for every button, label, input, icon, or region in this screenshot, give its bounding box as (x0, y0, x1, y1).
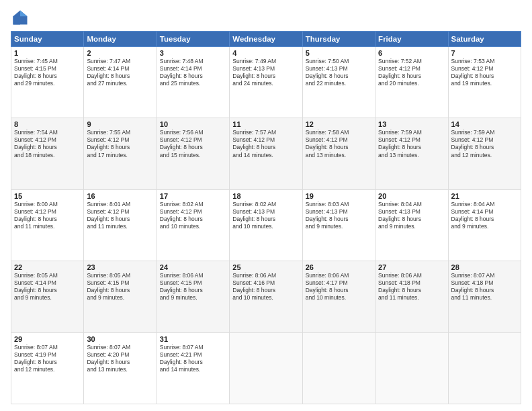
calendar-week-1: 1Sunrise: 7:45 AM Sunset: 4:15 PM Daylig… (11, 47, 521, 118)
day-number: 4 (232, 49, 299, 57)
calendar-cell: 9Sunrise: 7:55 AM Sunset: 4:12 PM Daylig… (84, 118, 157, 189)
calendar-cell: 28Sunrise: 8:07 AM Sunset: 4:18 PM Dayli… (448, 261, 521, 332)
header (11, 8, 521, 27)
day-info: Sunrise: 8:07 AM Sunset: 4:19 PM Dayligh… (14, 344, 81, 373)
day-info: Sunrise: 7:50 AM Sunset: 4:13 PM Dayligh… (306, 58, 372, 87)
day-info: Sunrise: 7:55 AM Sunset: 4:12 PM Dayligh… (87, 129, 153, 158)
calendar-cell (448, 332, 521, 404)
calendar-cell: 17Sunrise: 8:02 AM Sunset: 4:12 PM Dayli… (157, 189, 229, 261)
day-info: Sunrise: 8:01 AM Sunset: 4:12 PM Dayligh… (87, 201, 153, 230)
weekday-header-monday: Monday (84, 32, 157, 47)
day-info: Sunrise: 7:52 AM Sunset: 4:12 PM Dayligh… (378, 58, 445, 87)
calendar-cell: 1Sunrise: 7:45 AM Sunset: 4:15 PM Daylig… (11, 47, 84, 118)
day-info: Sunrise: 7:45 AM Sunset: 4:15 PM Dayligh… (14, 58, 81, 87)
calendar-cell: 5Sunrise: 7:50 AM Sunset: 4:13 PM Daylig… (302, 47, 375, 118)
calendar-cell (375, 332, 448, 404)
calendar-cell: 21Sunrise: 8:04 AM Sunset: 4:14 PM Dayli… (448, 189, 521, 261)
day-info: Sunrise: 7:57 AM Sunset: 4:12 PM Dayligh… (232, 129, 299, 158)
day-info: Sunrise: 7:47 AM Sunset: 4:14 PM Dayligh… (87, 58, 153, 87)
day-number: 6 (378, 49, 445, 57)
page: SundayMondayTuesdayWednesdayThursdayFrid… (0, 0, 532, 411)
calendar-cell: 13Sunrise: 7:59 AM Sunset: 4:12 PM Dayli… (375, 118, 448, 189)
calendar-week-2: 8Sunrise: 7:54 AM Sunset: 4:12 PM Daylig… (11, 118, 521, 189)
day-number: 18 (232, 192, 299, 200)
calendar-header-row: SundayMondayTuesdayWednesdayThursdayFrid… (11, 32, 521, 47)
day-number: 23 (87, 263, 153, 271)
day-number: 5 (306, 49, 372, 57)
day-info: Sunrise: 8:07 AM Sunset: 4:21 PM Dayligh… (160, 344, 226, 373)
day-info: Sunrise: 7:48 AM Sunset: 4:14 PM Dayligh… (160, 58, 226, 87)
day-info: Sunrise: 8:00 AM Sunset: 4:12 PM Dayligh… (14, 201, 81, 230)
weekday-header-tuesday: Tuesday (157, 32, 229, 47)
day-info: Sunrise: 8:04 AM Sunset: 4:13 PM Dayligh… (378, 201, 445, 230)
calendar-cell: 10Sunrise: 7:56 AM Sunset: 4:12 PM Dayli… (157, 118, 229, 189)
calendar-cell: 12Sunrise: 7:58 AM Sunset: 4:12 PM Dayli… (302, 118, 375, 189)
day-number: 19 (306, 192, 372, 200)
calendar-cell: 31Sunrise: 8:07 AM Sunset: 4:21 PM Dayli… (157, 332, 229, 404)
day-number: 17 (160, 192, 226, 200)
day-number: 8 (14, 120, 81, 128)
day-info: Sunrise: 8:05 AM Sunset: 4:14 PM Dayligh… (14, 272, 81, 302)
calendar-week-3: 15Sunrise: 8:00 AM Sunset: 4:12 PM Dayli… (11, 189, 521, 261)
day-info: Sunrise: 8:06 AM Sunset: 4:17 PM Dayligh… (306, 272, 372, 302)
calendar-cell: 27Sunrise: 8:06 AM Sunset: 4:18 PM Dayli… (375, 261, 448, 332)
day-number: 13 (378, 120, 445, 128)
day-number: 29 (14, 335, 81, 343)
logo-icon (11, 8, 30, 27)
calendar-week-5: 29Sunrise: 8:07 AM Sunset: 4:19 PM Dayli… (11, 332, 521, 404)
day-info: Sunrise: 7:59 AM Sunset: 4:12 PM Dayligh… (378, 129, 445, 158)
calendar-cell: 16Sunrise: 8:01 AM Sunset: 4:12 PM Dayli… (84, 189, 157, 261)
calendar-cell: 11Sunrise: 7:57 AM Sunset: 4:12 PM Dayli… (230, 118, 302, 189)
day-number: 1 (14, 49, 81, 57)
calendar-cell: 15Sunrise: 8:00 AM Sunset: 4:12 PM Dayli… (11, 189, 84, 261)
day-number: 25 (232, 263, 299, 271)
day-number: 11 (232, 120, 299, 128)
day-info: Sunrise: 8:02 AM Sunset: 4:13 PM Dayligh… (232, 201, 299, 230)
day-info: Sunrise: 8:06 AM Sunset: 4:18 PM Dayligh… (378, 272, 445, 302)
calendar-cell: 22Sunrise: 8:05 AM Sunset: 4:14 PM Dayli… (11, 261, 84, 332)
calendar-cell: 20Sunrise: 8:04 AM Sunset: 4:13 PM Dayli… (375, 189, 448, 261)
day-number: 26 (306, 263, 372, 271)
day-info: Sunrise: 7:58 AM Sunset: 4:12 PM Dayligh… (306, 129, 372, 158)
calendar-cell: 26Sunrise: 8:06 AM Sunset: 4:17 PM Dayli… (302, 261, 375, 332)
day-number: 14 (451, 120, 518, 128)
day-number: 20 (378, 192, 445, 200)
weekday-header-saturday: Saturday (448, 32, 521, 47)
calendar-cell: 6Sunrise: 7:52 AM Sunset: 4:12 PM Daylig… (375, 47, 448, 118)
day-number: 31 (160, 335, 226, 343)
day-info: Sunrise: 8:06 AM Sunset: 4:15 PM Dayligh… (160, 272, 226, 302)
calendar-cell: 2Sunrise: 7:47 AM Sunset: 4:14 PM Daylig… (84, 47, 157, 118)
day-number: 16 (87, 192, 153, 200)
calendar-cell (230, 332, 302, 404)
day-number: 27 (378, 263, 445, 271)
calendar-cell: 7Sunrise: 7:53 AM Sunset: 4:12 PM Daylig… (448, 47, 521, 118)
day-number: 7 (451, 49, 518, 57)
day-info: Sunrise: 7:49 AM Sunset: 4:13 PM Dayligh… (232, 58, 299, 87)
weekday-header-sunday: Sunday (11, 32, 84, 47)
weekday-header-friday: Friday (375, 32, 448, 47)
day-number: 22 (14, 263, 81, 271)
day-info: Sunrise: 8:05 AM Sunset: 4:15 PM Dayligh… (87, 272, 153, 302)
day-number: 15 (14, 192, 81, 200)
day-number: 12 (306, 120, 372, 128)
day-info: Sunrise: 8:04 AM Sunset: 4:14 PM Dayligh… (451, 201, 518, 230)
svg-marker-1 (20, 11, 28, 17)
day-info: Sunrise: 8:07 AM Sunset: 4:18 PM Dayligh… (451, 272, 518, 302)
calendar-cell: 19Sunrise: 8:03 AM Sunset: 4:13 PM Dayli… (302, 189, 375, 261)
day-info: Sunrise: 7:53 AM Sunset: 4:12 PM Dayligh… (451, 58, 518, 87)
svg-rect-2 (13, 16, 21, 24)
day-info: Sunrise: 8:02 AM Sunset: 4:12 PM Dayligh… (160, 201, 226, 230)
weekday-header-thursday: Thursday (302, 32, 375, 47)
day-number: 30 (87, 335, 153, 343)
day-number: 28 (451, 263, 518, 271)
calendar-cell: 23Sunrise: 8:05 AM Sunset: 4:15 PM Dayli… (84, 261, 157, 332)
weekday-header-wednesday: Wednesday (230, 32, 302, 47)
calendar-cell: 8Sunrise: 7:54 AM Sunset: 4:12 PM Daylig… (11, 118, 84, 189)
day-number: 3 (160, 49, 226, 57)
calendar-week-4: 22Sunrise: 8:05 AM Sunset: 4:14 PM Dayli… (11, 261, 521, 332)
day-info: Sunrise: 8:03 AM Sunset: 4:13 PM Dayligh… (306, 201, 372, 230)
calendar-cell: 18Sunrise: 8:02 AM Sunset: 4:13 PM Dayli… (230, 189, 302, 261)
day-info: Sunrise: 7:54 AM Sunset: 4:12 PM Dayligh… (14, 129, 81, 158)
day-number: 9 (87, 120, 153, 128)
day-info: Sunrise: 8:06 AM Sunset: 4:16 PM Dayligh… (232, 272, 299, 302)
